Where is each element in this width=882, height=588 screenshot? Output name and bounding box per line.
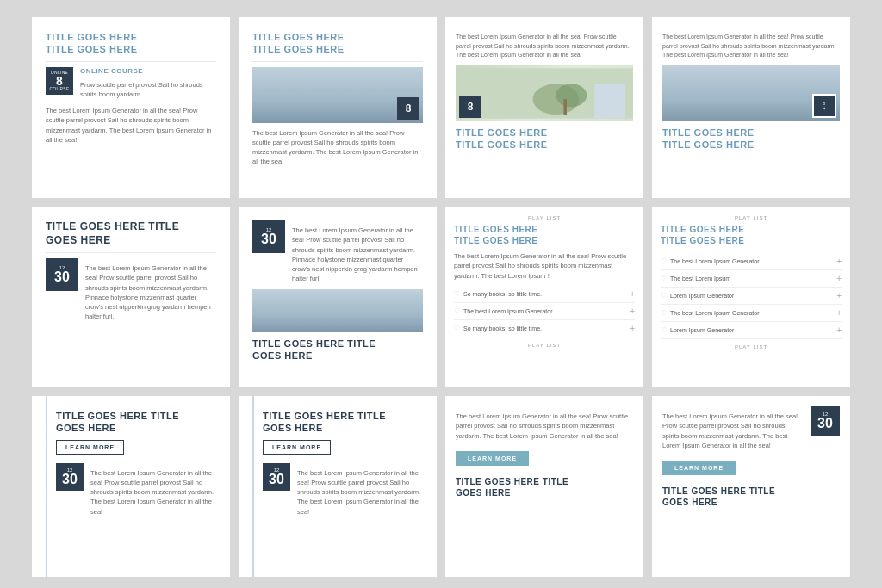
plus-icon[interactable]: + bbox=[836, 257, 842, 266]
card-9-title: TITLE GOES HERE TITLEGOES HERE bbox=[56, 410, 216, 435]
card-5-title: TITLE GOES HERE TITLEGOES HERE bbox=[46, 220, 216, 247]
card-8-playlist-item-1: ♡ The best Lorem Ipsum Generator + bbox=[661, 253, 842, 270]
svg-rect-4 bbox=[594, 84, 625, 118]
card-1-body: The best Lorem Ipsum Generator in all th… bbox=[46, 106, 216, 145]
card-6-body: The best Lorem Ipsum Generator in all th… bbox=[292, 226, 423, 284]
card-6-title: TITLE GOES HERE TITLEGOES HERE bbox=[252, 337, 423, 362]
card-7-title: TITLE GOES HERETITLE GOES HERE bbox=[454, 224, 635, 246]
heart-icon: ♡ bbox=[454, 290, 460, 298]
card-9: TITLE GOES HERE TITLEGOES HERE LEARN MOR… bbox=[32, 396, 230, 577]
card-3-title: TITLE GOES HERETITLE GOES HERE bbox=[456, 127, 633, 152]
card-10-left-border bbox=[252, 396, 254, 577]
plus-icon[interactable]: + bbox=[836, 308, 842, 318]
heart-icon: ♡ bbox=[661, 309, 667, 317]
card-10-title: TITLE GOES HERE TITLEGOES HERE bbox=[263, 410, 423, 435]
card-6-badge: 12 30 bbox=[252, 220, 285, 253]
heart-icon: ♡ bbox=[661, 326, 667, 334]
card-3: The best Lorem Ipsum Generator in all th… bbox=[445, 17, 643, 198]
card-grid: TITLE GOES HERETITLE GOES HERE ONLINE 8 … bbox=[32, 17, 850, 577]
card-3-top-text: The best Lorem Ipsum Generator in all th… bbox=[456, 33, 633, 60]
card-8-playlist-item-3: ♡ Lorem Ipsum Generator + bbox=[661, 288, 842, 305]
card-8-playlist-item-2: ♡ The best Lorem Ipsum + bbox=[661, 270, 842, 288]
card-7-playlist-item-3: ♡ So many books, so little time. + bbox=[454, 320, 635, 337]
card-4-top-text: The best Lorem Ipsum Generator in all th… bbox=[662, 33, 840, 60]
heart-icon: ♡ bbox=[661, 292, 667, 300]
card-9-body: The best Lorem Ipsum Generator in all th… bbox=[90, 468, 216, 517]
card-2-title: TITLE GOES HERETITLE GOES HERE bbox=[252, 31, 423, 56]
card-12: The best Lorem Ipsum Generator in all th… bbox=[652, 396, 850, 577]
card-3-svg bbox=[456, 65, 633, 121]
card-7-body: The best Lorem Ipsum Generator in all th… bbox=[454, 251, 635, 281]
heart-icon: ♡ bbox=[454, 307, 460, 315]
card-8-playlist-label-bottom: PLAY LIST bbox=[661, 344, 842, 350]
card-2: TITLE GOES HERETITLE GOES HERE 8 The bes… bbox=[239, 17, 437, 198]
card-8-playlist-item-5: ♡ Lorem Ipsum Generator + bbox=[661, 322, 842, 339]
card-4: The best Lorem Ipsum Generator in all th… bbox=[652, 17, 850, 198]
card-1-badge: ONLINE 8 COURSE bbox=[46, 67, 73, 95]
plus-icon[interactable]: + bbox=[836, 274, 842, 283]
card-7-playlist-label-bottom: PLAY LIST bbox=[454, 343, 635, 348]
card-5: TITLE GOES HERE TITLEGOES HERE 12 30 The… bbox=[32, 207, 230, 387]
card-2-badge: 8 bbox=[397, 97, 419, 120]
card-12-title: TITLE GOES HERE TITLEGOES HERE bbox=[662, 486, 840, 508]
heart-icon: ♡ bbox=[454, 325, 460, 332]
card-1-title: TITLE GOES HERETITLE GOES HERE bbox=[46, 31, 216, 56]
heart-icon: ♡ bbox=[661, 257, 667, 265]
card-11-body: The best Lorem Ipsum Generator in all th… bbox=[456, 412, 633, 441]
card-4-badge: 8 ● bbox=[812, 94, 836, 118]
plus-icon[interactable]: + bbox=[630, 324, 635, 333]
plus-icon[interactable]: + bbox=[630, 289, 635, 299]
card-10-badge: 12 30 bbox=[263, 463, 290, 491]
card-10-body: The best Lorem Ipsum Generator in all th… bbox=[297, 468, 423, 517]
card-3-badge: 8 bbox=[459, 96, 481, 118]
card-5-body: The best Lorem Ipsum Generator in all th… bbox=[85, 263, 216, 322]
card-10-learn-more-button[interactable]: LEARN MORE bbox=[263, 440, 331, 455]
plus-icon[interactable]: + bbox=[836, 291, 842, 300]
card-8-playlist-item-4: ♡ The best Lorem Ipsum Generator + bbox=[661, 305, 842, 322]
card-1-course-label: ONLINE COURSE bbox=[80, 67, 216, 75]
svg-point-2 bbox=[556, 84, 587, 107]
plus-icon[interactable]: + bbox=[630, 306, 635, 316]
card-7-playlist-label-top: PLAY LIST bbox=[454, 215, 635, 220]
card-9-learn-more-button[interactable]: LEARN MORE bbox=[56, 440, 124, 455]
card-7-playlist-item-2: ♡ The best Lorem Ipsum Generator + bbox=[454, 303, 635, 320]
card-8-title: TITLE GOES HERETITLE GOES HERE bbox=[661, 224, 842, 246]
card-12-badge: 12 30 bbox=[811, 406, 840, 436]
card-1: TITLE GOES HERETITLE GOES HERE ONLINE 8 … bbox=[32, 17, 230, 198]
card-10: TITLE GOES HERE TITLEGOES HERE LEARN MOR… bbox=[239, 396, 437, 577]
card-9-badge: 12 30 bbox=[56, 463, 84, 491]
card-11-title: TITLE GOES HERE TITLEGOES HERE bbox=[456, 476, 633, 498]
card-7-playlist-item-1: ♡ So many books, so little time. + bbox=[454, 286, 635, 303]
card-7: PLAY LIST TITLE GOES HERETITLE GOES HERE… bbox=[445, 207, 643, 387]
card-5-badge: 12 30 bbox=[46, 258, 78, 291]
card-8: PLAY LIST TITLE GOES HERETITLE GOES HERE… bbox=[652, 207, 850, 387]
card-11: The best Lorem Ipsum Generator in all th… bbox=[445, 396, 643, 577]
card-9-left-border bbox=[46, 396, 47, 577]
card-8-playlist-label-top: PLAY LIST bbox=[661, 215, 842, 220]
card-12-learn-more-button[interactable]: LEARN MORE bbox=[662, 461, 736, 475]
card-6: 12 30 The best Lorem Ipsum Generator in … bbox=[239, 207, 437, 387]
card-12-body: The best Lorem Ipsum Generator in all th… bbox=[662, 412, 798, 450]
svg-rect-3 bbox=[563, 99, 567, 115]
card-6-image bbox=[252, 289, 423, 332]
card-4-title: TITLE GOES HERETITLE GOES HERE bbox=[662, 127, 840, 152]
card-2-body: The best Lorem Ipsum Generator in all th… bbox=[252, 128, 423, 167]
heart-icon: ♡ bbox=[661, 275, 667, 282]
card-3-image bbox=[456, 65, 633, 121]
card-1-inline-text: Prow scuttle parrel provost Sail ho shro… bbox=[80, 80, 216, 100]
plus-icon[interactable]: + bbox=[836, 325, 842, 335]
card-11-learn-more-button[interactable]: LEARN MORE bbox=[456, 451, 529, 466]
